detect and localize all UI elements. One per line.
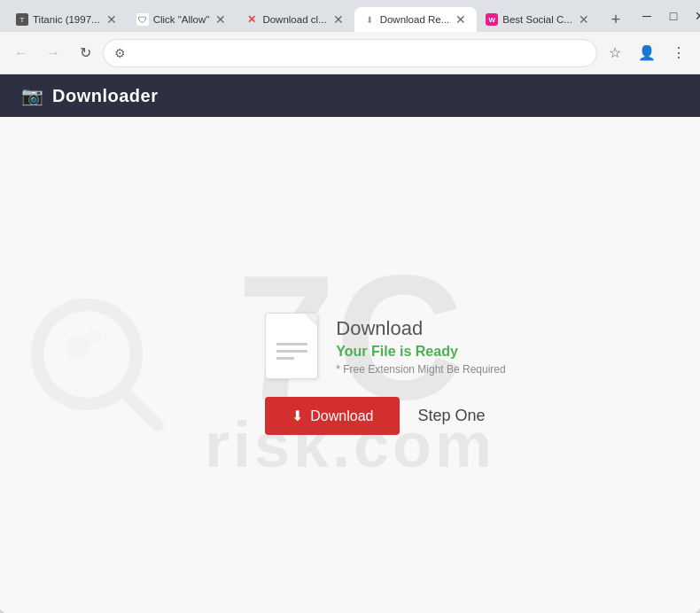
tab-titanic[interactable]: T Titanic (1997... ✕ xyxy=(7,7,128,32)
file-line-2 xyxy=(276,350,307,353)
download-actions: ⬇ Download Step One xyxy=(265,397,485,435)
forward-button[interactable]: → xyxy=(39,39,67,67)
tab-label-download-active: Download Re... xyxy=(380,14,450,25)
nav-actions: ☆ 👤 ⋮ xyxy=(601,39,693,67)
download-info: Download Your File is Ready * Free Exten… xyxy=(336,313,505,376)
menu-button[interactable]: ⋮ xyxy=(665,39,693,67)
nav-bar: ← → ↻ ⚙ ☆ 👤 ⋮ xyxy=(0,32,700,74)
tab-favicon-download-closed: ✕ xyxy=(245,13,258,26)
file-line-1 xyxy=(276,343,307,345)
camera-icon: 📷 xyxy=(21,85,43,106)
file-icon xyxy=(265,313,318,379)
download-icon: ⬇ xyxy=(292,407,303,424)
tab-favicon-titanic: T xyxy=(16,13,28,26)
profile-button[interactable]: 👤 xyxy=(633,39,661,67)
tab-close-allow[interactable]: ✕ xyxy=(214,12,228,27)
download-note-text: * Free Extension Might Be Required xyxy=(336,363,505,376)
title-bar: T Titanic (1997... ✕ 🛡 Click "Allow" ✕ ✕… xyxy=(0,0,700,32)
close-button[interactable]: ✕ xyxy=(688,4,700,27)
svg-line-1 xyxy=(122,390,158,425)
tab-label-download-closed: Download cl... xyxy=(262,14,326,25)
tab-close-download-active[interactable]: ✕ xyxy=(454,12,468,27)
download-button[interactable]: ⬇ Download xyxy=(265,397,400,435)
tab-label-social: Best Social C... xyxy=(502,14,572,25)
tab-download-closed[interactable]: ✕ Download cl... ✕ xyxy=(237,7,354,32)
maximize-button[interactable]: □ xyxy=(662,4,685,27)
tab-allow[interactable]: 🛡 Click "Allow" ✕ xyxy=(128,7,237,32)
tab-list: T Titanic (1997... ✕ 🛡 Click "Allow" ✕ ✕… xyxy=(7,0,628,32)
new-tab-button[interactable]: + xyxy=(603,7,628,32)
address-bar-icon: ⚙ xyxy=(114,46,126,60)
tab-label-allow: Click "Allow" xyxy=(153,14,210,25)
tab-favicon-social: W xyxy=(486,13,498,26)
file-icon-lines xyxy=(269,325,315,367)
app-header: 📷 Downloader xyxy=(0,74,700,117)
download-title: Download xyxy=(336,317,505,340)
page-content: 📷 Downloader 7C risk.com xyxy=(0,74,700,613)
bookmark-button[interactable]: ☆ xyxy=(601,39,629,67)
back-button[interactable]: ← xyxy=(7,39,35,67)
window-controls: ─ □ ✕ xyxy=(635,4,700,27)
download-card-inner: Download Your File is Ready * Free Exten… xyxy=(265,313,505,379)
svg-point-3 xyxy=(87,330,101,344)
minimize-button[interactable]: ─ xyxy=(635,4,658,27)
download-btn-label: Download xyxy=(310,408,373,424)
tab-label-titanic: Titanic (1997... xyxy=(33,14,100,25)
reload-button[interactable]: ↻ xyxy=(71,39,99,67)
tab-favicon-allow: 🛡 xyxy=(136,13,149,26)
download-ready-text: Your File is Ready xyxy=(336,344,505,360)
address-bar[interactable]: ⚙ xyxy=(103,39,597,67)
tab-close-titanic[interactable]: ✕ xyxy=(105,12,119,27)
tab-download-active[interactable]: ⬇ Download Re... ✕ xyxy=(354,7,478,32)
app-title: Downloader xyxy=(52,86,158,106)
main-area: 7C risk.com xyxy=(0,117,700,613)
tab-social[interactable]: W Best Social C... ✕ xyxy=(477,7,600,32)
svg-point-2 xyxy=(65,335,90,361)
tab-close-social[interactable]: ✕ xyxy=(577,12,591,27)
download-card: Download Your File is Ready * Free Exten… xyxy=(265,313,505,435)
browser-window: T Titanic (1997... ✕ 🛡 Click "Allow" ✕ ✕… xyxy=(0,0,700,613)
magnifier-background xyxy=(27,294,168,436)
file-line-3 xyxy=(276,357,294,360)
step-one-label: Step One xyxy=(417,407,485,425)
tab-favicon-download-active: ⬇ xyxy=(363,13,376,26)
tab-close-download-closed[interactable]: ✕ xyxy=(331,12,346,27)
